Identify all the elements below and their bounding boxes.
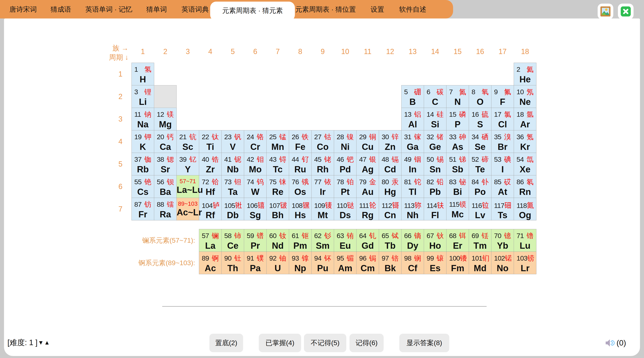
tab-settings[interactable]: 设置 <box>370 0 384 19</box>
send-to-bottom-button[interactable]: 置底(2) <box>210 334 243 352</box>
element-cell-Ts[interactable]: 117鿬Ts <box>491 198 514 220</box>
element-cell-Al[interactable]: 13铝Al <box>401 108 424 130</box>
element-cell-O[interactable]: 8氧O <box>469 85 492 108</box>
element-cell-Zn[interactable]: 30锌Zn <box>379 130 402 153</box>
element-cell-Bk[interactable]: 97锫Bk <box>379 251 402 274</box>
element-cell-Db[interactable]: 105𬭊Db <box>222 198 244 220</box>
element-cell-Cu[interactable]: 29铜Cu <box>356 130 379 153</box>
element-cell-Co[interactable]: 27钴Co <box>311 130 334 153</box>
element-cell-Pb[interactable]: 82铅Pb <box>424 175 446 198</box>
element-cell-He[interactable]: 2氦He <box>514 63 536 85</box>
element-cell-Y[interactable]: 39钇Y <box>176 153 199 175</box>
element-cell-Tl[interactable]: 81铊Tl <box>401 175 424 198</box>
element-cell-Mc[interactable]: 115镆Mc <box>446 198 469 220</box>
element-cell-Pt[interactable]: 78铂Pt <box>334 175 356 198</box>
element-cell-Hg[interactable]: 80汞Hg <box>379 175 402 198</box>
element-cell-Cd[interactable]: 48镉Cd <box>379 153 402 175</box>
element-cell-Os[interactable]: 76锇Os <box>289 175 312 198</box>
element-cell-Cr[interactable]: 24铬Cr <box>244 130 266 153</box>
element-cell-Sr[interactable]: 38锶Sr <box>154 153 177 175</box>
element-cell-Lv[interactable]: 116𫟷Lv <box>469 198 492 220</box>
picture-icon[interactable] <box>598 4 613 19</box>
show-answer-button[interactable]: 显示答案(8) <box>399 334 449 352</box>
element-cell-Lu[interactable]: 71镥Lu <box>514 229 536 252</box>
element-cell-Au[interactable]: 79金Au <box>356 175 379 198</box>
element-cell-V[interactable]: 23钒V <box>222 130 244 153</box>
element-cell-Fm[interactable]: 100镄Fm <box>446 251 469 274</box>
element-cell-Sc[interactable]: 21钪Sc <box>176 130 199 153</box>
element-cell-Cn[interactable]: 112鿔Cn <box>379 198 402 220</box>
element-cell-Nh[interactable]: 113鿭Nh <box>401 198 424 220</box>
dont-remember-button[interactable]: 不记得(5) <box>304 334 346 352</box>
element-cell-Fr[interactable]: 87钫Fr <box>132 198 154 220</box>
element-cell-K[interactable]: 19钾K <box>132 130 154 153</box>
element-cell-Xe[interactable]: 54氙Xe <box>514 153 536 175</box>
element-cell-P[interactable]: 15磷P <box>446 108 469 130</box>
element-cell-Ca[interactable]: 20钙Ca <box>154 130 177 153</box>
element-cell-Br[interactable]: 35溴Br <box>491 130 514 153</box>
element-range-actinides[interactable]: 89~103Ac~Lr <box>176 198 199 220</box>
element-cell-In[interactable]: 49铟In <box>401 153 424 175</box>
element-cell-N[interactable]: 7氮N <box>446 85 469 108</box>
element-cell-Ne[interactable]: 10氖Ne <box>514 85 536 108</box>
element-cell-Bi[interactable]: 83铋Bi <box>446 175 469 198</box>
element-cell-Tc[interactable]: 43锝Tc <box>266 153 289 175</box>
difficulty-down-arrow[interactable]: ▼ <box>38 339 44 346</box>
close-icon[interactable] <box>618 4 634 19</box>
element-cell-W[interactable]: 74钨W <box>244 175 266 198</box>
element-cell-Sm[interactable]: 62钐Sm <box>311 229 334 252</box>
element-cell-Es[interactable]: 99锿Es <box>424 251 446 274</box>
element-cell-Pm[interactable]: 61钷Pm <box>289 229 312 252</box>
tab-tangshi-songci[interactable]: 唐诗宋词 <box>10 0 37 19</box>
element-cell-S[interactable]: 16硫S <box>469 108 492 130</box>
element-cell-Cm[interactable]: 96锔Cm <box>356 251 379 274</box>
element-cell-Nd[interactable]: 60钕Nd <box>266 229 289 252</box>
element-cell-Na[interactable]: 11钠Na <box>132 108 154 130</box>
element-cell-Ar[interactable]: 18氩Ar <box>514 108 536 130</box>
element-cell-Ds[interactable]: 110𫟼Ds <box>334 198 356 220</box>
element-cell-Yb[interactable]: 70镱Yb <box>491 229 514 252</box>
element-cell-C[interactable]: 6碳C <box>424 85 446 108</box>
element-cell-Np[interactable]: 93镎Np <box>289 251 312 274</box>
difficulty-up-arrow[interactable]: ▲ <box>44 339 50 346</box>
element-cell-F[interactable]: 9氟F <box>491 85 514 108</box>
element-cell-Mt[interactable]: 109鿏Mt <box>311 198 334 220</box>
element-cell-Rb[interactable]: 37铷Rb <box>132 153 154 175</box>
element-cell-Ba[interactable]: 56钡Ba <box>154 175 177 198</box>
element-cell-Pd[interactable]: 46钯Pd <box>334 153 356 175</box>
tab-english-words-memory[interactable]: 英语单词 · 记忆 <box>85 0 132 19</box>
element-cell-Rf[interactable]: 104𬬻Rf <box>199 198 222 220</box>
tab-guess-idiom[interactable]: 猜成语 <box>50 0 71 19</box>
element-cell-Ra[interactable]: 88镭Ra <box>154 198 177 220</box>
element-cell-Am[interactable]: 95镅Am <box>334 251 356 274</box>
element-cell-Ag[interactable]: 47银Ag <box>356 153 379 175</box>
element-cell-Ge[interactable]: 32锗Ge <box>424 130 446 153</box>
element-cell-Si[interactable]: 14硅Si <box>424 108 446 130</box>
element-cell-Li[interactable]: 3锂Li <box>132 85 154 108</box>
element-cell-Rg[interactable]: 111𬬭Rg <box>356 198 379 220</box>
element-cell-Ta[interactable]: 73钽Ta <box>222 175 244 198</box>
element-cell-Th[interactable]: 90钍Th <box>222 251 244 274</box>
element-cell-At[interactable]: 85砹At <box>491 175 514 198</box>
element-cell-Pa[interactable]: 91镤Pa <box>244 251 266 274</box>
element-cell-Re[interactable]: 75铼Re <box>266 175 289 198</box>
element-cell-Zr[interactable]: 40锆Zr <box>199 153 222 175</box>
element-cell-Ru[interactable]: 44钌Ru <box>289 153 312 175</box>
element-cell-Eu[interactable]: 63铕Eu <box>334 229 356 252</box>
element-cell-Ti[interactable]: 22钛Ti <box>199 130 222 153</box>
element-cell-Bh[interactable]: 107𬭛Bh <box>266 198 289 220</box>
element-cell-Dy[interactable]: 66镝Dy <box>401 229 424 252</box>
element-cell-Fe[interactable]: 26铁Fe <box>289 130 312 153</box>
element-cell-Og[interactable]: 118鿫Og <box>514 198 536 220</box>
element-cell-Gd[interactable]: 64钆Gd <box>356 229 379 252</box>
element-cell-Pr[interactable]: 59镨Pr <box>244 229 266 252</box>
element-cell-Mn[interactable]: 25锰Mn <box>266 130 289 153</box>
element-cell-Se[interactable]: 34硒Se <box>469 130 492 153</box>
element-cell-Ni[interactable]: 28镍Ni <box>334 130 356 153</box>
element-cell-Fl[interactable]: 114𫓧Fl <box>424 198 446 220</box>
element-cell-Rh[interactable]: 45铑Rh <box>311 153 334 175</box>
tab-periodic-guess-element[interactable]: 元素周期表 · 猜元素 <box>210 2 295 21</box>
element-cell-Ce[interactable]: 58铈Ce <box>222 229 244 252</box>
element-cell-Sg[interactable]: 106𬭳Sg <box>244 198 266 220</box>
element-cell-Lr[interactable]: 103铹Lr <box>514 251 536 274</box>
